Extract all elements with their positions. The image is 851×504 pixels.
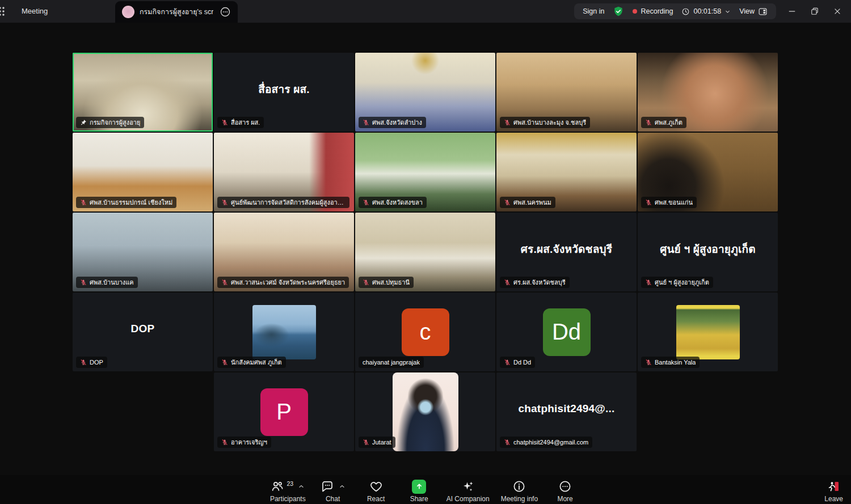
participant-name-label: สื่อสาร ผส. (231, 118, 260, 126)
participant-nametag: Jutarat (359, 437, 395, 448)
mic-muted-icon (504, 359, 511, 366)
participant-tile[interactable]: ศพส.บ้านบางละมุง จ.ชลบุรี (496, 53, 637, 132)
tab-options-ellipsis-icon[interactable] (218, 5, 232, 19)
participant-tile[interactable]: Jutarat (355, 372, 495, 451)
participant-tile[interactable]: ศพส.บ้านธรรมปกรณ์ เชียงใหม่ (73, 133, 213, 211)
mic-muted-icon (80, 279, 87, 286)
participant-nametag: ศพส.จังหวัดลำปาง (359, 117, 426, 128)
security-shield-icon[interactable] (613, 6, 624, 17)
meeting-menu-label[interactable]: Meeting (22, 7, 48, 15)
participant-nametag: Bantaksin Yala (641, 357, 700, 368)
participant-tile[interactable]: ศพส.บ้านบางแค (73, 213, 213, 291)
participant-tile[interactable]: P อาคารเจริญฯ (214, 372, 354, 451)
participant-tile[interactable]: ศพส.ปทุมธานี (355, 213, 495, 291)
participant-name-label: Bantaksin Yala (655, 358, 696, 366)
restore-button[interactable] (810, 7, 819, 16)
participant-tile[interactable]: ศร.ผส.จังหวัดชลบุรี ศร.ผส.จังหวัดชลบุรี (496, 213, 637, 291)
participant-name-label: chatphisit2494@gmail.com (513, 438, 588, 446)
participant-nametag: ศร.ผส.จังหวัดชลบุรี (500, 277, 570, 288)
participant-name-label: อาคารเจริญฯ (231, 438, 267, 446)
participant-tile[interactable]: ศพส.จังหวัดลำปาง (355, 53, 495, 132)
participant-name-label: นักสังคมศพส ภูเก็ต (231, 358, 282, 366)
mic-muted-icon (504, 439, 511, 446)
participant-name-label: ศพส.ขอนแก่น (655, 198, 693, 206)
participant-tile[interactable]: c chaiyanat jangprajak (355, 293, 495, 371)
share-button[interactable]: Share (403, 479, 435, 503)
ai-companion-button[interactable]: AI Companion (446, 479, 490, 503)
mic-muted-icon (504, 279, 511, 286)
participant-tile[interactable]: นักสังคมศพส ภูเก็ต (214, 293, 354, 371)
participant-nametag: กรมกิจการผู้สูงอายุ (76, 117, 144, 128)
participant-name-label: ศพส.ปทุมธานี (372, 278, 410, 286)
participant-tile[interactable]: ศพส.วาสนะเวศม์ จังหวัดพระนครศรีอยุธยา (214, 213, 354, 291)
mic-muted-icon (221, 439, 228, 446)
mic-muted-icon (80, 359, 87, 366)
participant-tile[interactable]: DOP DOP (73, 293, 213, 371)
screen-share-tab-title: กรมกิจการผู้สูงอายุ's screen (140, 6, 213, 18)
participant-nametag: นักสังคมศพส ภูเก็ต (217, 357, 286, 368)
participant-name-label: ศูนย์พัฒนาการจัดสวัสดิการสังคมผู้สูงอายุ… (231, 198, 346, 206)
meeting-timer[interactable]: 00:01:58 (681, 7, 731, 16)
view-button[interactable]: View (739, 7, 768, 16)
sign-in-button[interactable]: Sign in (583, 7, 604, 15)
participant-tile[interactable]: chatphisit2494@... chatphisit2494@gmail.… (496, 372, 637, 451)
participant-nametag: chaiyanat jangprajak (359, 357, 424, 368)
more-ellipsis-icon (558, 480, 572, 493)
mic-muted-icon (504, 119, 511, 126)
mic-muted-icon (645, 359, 652, 366)
participant-name-label: ศพส.นครพนม (513, 198, 551, 206)
participant-tile[interactable]: สื่อสาร ผส. สื่อสาร ผส. (214, 53, 354, 132)
participant-tile[interactable]: ศูนย์พัฒนาการจัดสวัสดิการสังคมผู้สูงอายุ… (214, 133, 354, 211)
timer-value: 00:01:58 (693, 7, 721, 15)
participant-nametag: ศพส.ปทุมธานี (359, 277, 414, 288)
participant-tile[interactable]: ศพส.ภูเก็ต (638, 53, 778, 132)
recording-dot-icon (633, 9, 637, 14)
leave-button[interactable]: Leave (824, 479, 843, 503)
participants-icon (271, 480, 284, 493)
participant-display-name: DOP (73, 293, 213, 365)
mic-muted-icon (221, 279, 228, 286)
mic-muted-icon (645, 279, 652, 286)
participant-nametag: ศพส.ขอนแก่น (641, 197, 697, 208)
participant-nametag: chatphisit2494@gmail.com (500, 437, 592, 448)
participant-tile[interactable]: Bantaksin Yala (638, 293, 778, 371)
mic-muted-icon (645, 119, 652, 126)
meeting-info-button[interactable]: Meeting info (501, 479, 538, 503)
participant-tile[interactable]: กรมกิจการผู้สูงอายุ (73, 53, 213, 132)
minimize-button[interactable] (787, 7, 797, 16)
participant-tile[interactable]: ศพส.จังหวัดสงขลา (355, 133, 495, 211)
ai-companion-label: AI Companion (446, 495, 490, 503)
mic-muted-icon (363, 119, 369, 126)
participant-name-label: ศพส.บ้านธรรมปกรณ์ เชียงใหม่ (90, 198, 172, 206)
gallery-view-icon (758, 7, 768, 16)
more-button[interactable]: More (549, 479, 581, 503)
participant-nametag: ศูนย์ ฯ ผู้สูงอายุภูเก็ต (641, 277, 713, 288)
participant-name-label: DOP (90, 358, 103, 366)
mic-muted-icon (221, 359, 228, 366)
chat-button[interactable]: Chat (317, 479, 349, 503)
participants-label: Participants (270, 495, 306, 503)
participant-tile[interactable]: ศูนย์ ฯ ผู้สูงอายุภูเก็ต ศูนย์ ฯ ผู้สูงอ… (638, 213, 778, 291)
participant-tile[interactable]: Dd Dd Dd (496, 293, 637, 371)
participants-button[interactable]: 23 Participants (270, 479, 306, 503)
participant-nametag: ศูนย์พัฒนาการจัดสวัสดิการสังคมผู้สูงอายุ… (217, 197, 349, 208)
participant-tile[interactable]: ศพส.ขอนแก่น (638, 133, 778, 211)
participants-chevron-up-icon[interactable] (298, 483, 305, 490)
participant-nametag: Dd Dd (500, 357, 535, 368)
info-icon (512, 480, 526, 493)
top-bar: Meeting กรมกิจการผู้สูงอายุ's screen Sig… (0, 0, 851, 23)
leave-door-icon (827, 480, 841, 493)
chevron-down-icon (724, 9, 731, 15)
zoom-meeting-window: Meeting กรมกิจการผู้สูงอายุ's screen Sig… (0, 0, 851, 504)
meeting-toolbar: 23 Participants Chat React (0, 475, 851, 504)
mic-muted-icon (363, 199, 369, 206)
participant-tile[interactable]: ศพส.นครพนม (496, 133, 637, 211)
chat-chevron-up-icon[interactable] (339, 483, 346, 490)
workspace-dots-icon[interactable] (0, 5, 6, 18)
chat-label: Chat (326, 495, 340, 503)
react-button[interactable]: React (360, 479, 392, 503)
screen-share-tab[interactable]: กรมกิจการผู้สูงอายุ's screen (115, 1, 238, 23)
window-controls (784, 0, 845, 23)
participant-name-label: chaiyanat jangprajak (363, 358, 420, 366)
close-button[interactable] (833, 7, 842, 16)
